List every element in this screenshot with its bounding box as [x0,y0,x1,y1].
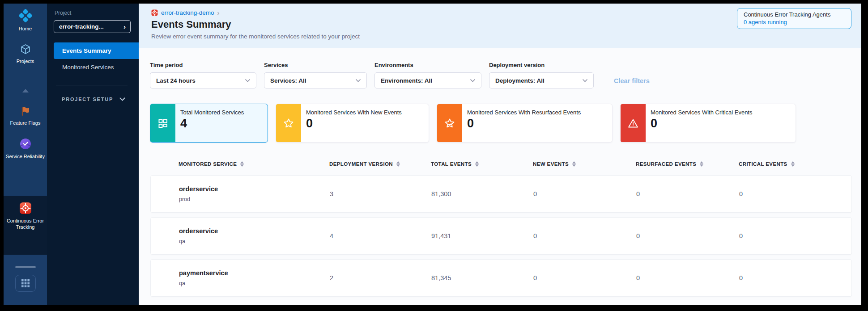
resurfaced-events-cell: 0 [636,190,739,198]
error-tracking-icon [19,202,32,214]
filter-label: Environments [374,62,481,68]
card-total-monitored-services[interactable]: Total Monitored Services 4 [150,104,268,143]
card-critical-events[interactable]: Monitored Services With Critical Events … [620,104,796,143]
chevron-down-icon [119,97,125,101]
table-row[interactable]: orderservice prod 3 81,300 0 0 0 [150,175,852,213]
dashboard-grid-icon [157,118,168,129]
filter-label: Deployment version [489,62,594,68]
new-events-cell: 0 [533,190,636,198]
project-setup-label: PROJECT SETUP [62,97,113,102]
page-header: error-tracking-demo › Events Summary Rev… [139,4,861,48]
agents-status-box[interactable]: Continuous Error Tracking Agents 0 agent… [737,8,851,29]
table-row[interactable]: orderservice qa 4 91,431 0 0 0 [150,217,852,255]
sidebar-item-monitored-services[interactable]: Monitored Services [54,59,139,76]
column-label: DEPLOYMENT VERSION [329,161,393,167]
sort-arrows-icon [791,161,795,167]
sidebar-item-service-reliability[interactable]: Service Reliability [5,138,46,160]
card-value: 0 [651,117,753,130]
chevron-up-icon[interactable] [22,89,29,92]
service-environment: qa [179,280,330,286]
deployments-select[interactable]: Deployments: All [489,72,594,88]
card-chip [437,104,462,142]
service-name: orderservice [179,185,330,193]
resurfaced-events-cell: 0 [636,232,739,240]
select-value: Services: All [270,77,306,84]
rail-selected-section: Continuous Error Tracking [4,196,47,255]
chevron-right-icon: › [123,23,126,30]
module-rail: Home Projects Feature Flags [4,4,47,305]
column-header-critical-events[interactable]: CRITICAL EVENTS [739,161,852,167]
total-events-cell: 81,300 [431,190,533,198]
environments-select[interactable]: Environments: All [374,72,481,88]
table-row[interactable]: paymentservice qa 2 81,345 0 0 0 [150,259,852,297]
services-select[interactable]: Services: All [264,72,367,88]
new-events-cell: 0 [533,274,636,282]
deployment-version-cell: 4 [330,232,431,240]
card-new-events[interactable]: Monitored Services With New Events 0 [276,104,429,143]
page-subtitle: Review error event summary for the monit… [151,33,851,40]
sidebar-nav: Events Summary Monitored Services [47,42,139,76]
rail-bottom-section [4,255,47,305]
resurfaced-events-cell: 0 [636,274,739,282]
project-label: Project [55,10,139,16]
agents-running-link[interactable]: 0 agents running [744,19,851,25]
clear-filters-button[interactable]: Clear filters [614,77,650,84]
sort-arrows-icon [572,161,576,167]
sidebar-item-feature-flags[interactable]: Feature Flags [5,106,46,126]
filters-bar: Time period Last 24 hours Services Servi… [150,62,852,88]
select-value: Deployments: All [495,77,545,84]
harness-logo-icon [19,9,32,22]
card-label: Monitored Services With New Events [306,109,402,116]
chevron-right-icon: › [217,9,220,17]
all-modules-button[interactable] [15,275,36,292]
select-value: Environments: All [381,77,432,84]
sort-arrows-icon [396,161,400,167]
time-period-select[interactable]: Last 24 hours [150,72,256,88]
column-header-deployment-version[interactable]: DEPLOYMENT VERSION [329,161,431,167]
sidebar-item-continuous-error-tracking[interactable]: Continuous Error Tracking [5,202,46,231]
summary-cards: Total Monitored Services 4 Monitored Ser… [150,104,852,143]
filter-label: Services [264,62,367,68]
sidebar-item-projects[interactable]: Projects [5,43,46,64]
rail-item-label: Projects [17,58,34,64]
rail-top-section: Home Projects Feature Flags [4,4,47,196]
deployment-version-cell: 2 [330,274,431,282]
chevron-down-icon [582,79,588,83]
filter-label: Time period [150,62,256,68]
sort-arrows-icon [700,161,703,167]
critical-events-cell: 0 [739,190,851,198]
filter-deployment-version: Deployment version Deployments: All [489,62,594,88]
project-setup-toggle[interactable]: PROJECT SETUP [62,97,125,102]
rail-item-label: Service Reliability [6,153,45,160]
sidebar-item-home[interactable]: Home [5,9,46,32]
card-resurfaced-events[interactable]: Monitored Services With Resurfaced Event… [437,104,613,143]
new-events-cell: 0 [533,232,636,240]
total-events-cell: 81,345 [431,274,533,282]
column-header-monitored-service[interactable]: MONITORED SERVICE [179,161,329,167]
project-selector[interactable]: error-tracking... › [54,20,131,33]
column-header-resurfaced-events[interactable]: RESURFACED EVENTS [636,161,739,167]
breadcrumb-project-link[interactable]: error-tracking-demo [161,9,214,16]
sidebar-divider [56,85,128,85]
service-reliability-icon [19,138,32,150]
service-environment: prod [179,196,330,202]
column-label: RESURFACED EVENTS [636,161,696,167]
column-header-total-events[interactable]: TOTAL EVENTS [431,161,533,167]
sidebar-resize-handle[interactable] [15,266,36,268]
card-chip [150,104,175,142]
error-tracking-icon [151,9,158,16]
rail-item-label: Continuous Error Tracking [5,218,46,231]
filter-environments: Environments Environments: All [374,62,481,88]
card-label: Monitored Services With Critical Events [651,109,753,116]
card-label: Monitored Services With Resurfaced Event… [467,109,581,116]
column-label: MONITORED SERVICE [179,161,237,167]
filter-services: Services Services: All [264,62,367,88]
main-area: error-tracking-demo › Events Summary Rev… [139,4,861,305]
column-label: NEW EVENTS [533,161,569,167]
app-window: Home Projects Feature Flags [4,4,861,305]
sidebar-item-events-summary[interactable]: Events Summary [54,42,139,59]
service-environment: qa [179,238,330,244]
card-value: 4 [180,117,244,130]
column-header-new-events[interactable]: NEW EVENTS [533,161,636,167]
card-value: 0 [467,117,581,130]
